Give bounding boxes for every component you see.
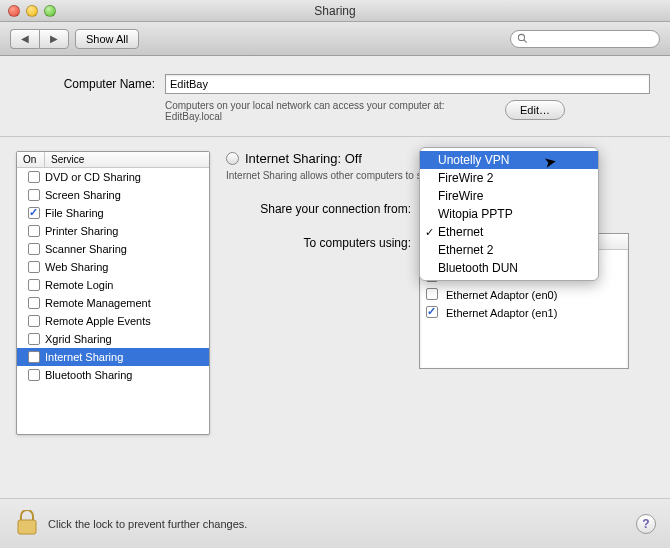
footer-text: Click the lock to prevent further change… — [48, 518, 247, 530]
show-all-button[interactable]: Show All — [75, 29, 139, 49]
service-label: Internet Sharing — [45, 351, 123, 363]
nav-group: ◀ ▶ — [10, 29, 69, 49]
service-label: Screen Sharing — [45, 189, 121, 201]
dropdown-item[interactable]: ✓Ethernet — [420, 223, 598, 241]
dropdown-item[interactable]: FireWire — [420, 187, 598, 205]
service-label: Web Sharing — [45, 261, 108, 273]
search-icon — [517, 33, 528, 44]
titlebar: Sharing — [0, 0, 670, 22]
to-computers-label: To computers using: — [226, 233, 411, 250]
lock-icon[interactable] — [16, 510, 38, 538]
service-label: Scanner Sharing — [45, 243, 127, 255]
port-row[interactable]: Ethernet Adaptor (en1) — [420, 304, 628, 322]
checkbox[interactable] — [28, 225, 40, 237]
service-row[interactable]: Xgrid Sharing — [17, 330, 209, 348]
checkbox[interactable] — [28, 315, 40, 327]
checkbox[interactable] — [426, 288, 438, 300]
service-row[interactable]: Web Sharing — [17, 258, 209, 276]
forward-button[interactable]: ▶ — [39, 29, 69, 49]
checkbox[interactable] — [28, 279, 40, 291]
service-label: Printer Sharing — [45, 225, 118, 237]
service-row[interactable]: Bluetooth Sharing — [17, 366, 209, 384]
checkbox[interactable] — [28, 261, 40, 273]
service-row[interactable]: File Sharing — [17, 204, 209, 222]
checkbox[interactable] — [28, 189, 40, 201]
service-label: Remote Login — [45, 279, 114, 291]
dropdown-item[interactable]: Ethernet 2 — [420, 241, 598, 259]
dropdown-label: Witopia PPTP — [438, 207, 513, 221]
service-row[interactable]: Remote Management — [17, 294, 209, 312]
search-input[interactable] — [510, 30, 660, 48]
col-on: On — [17, 152, 45, 167]
checkbox[interactable] — [28, 297, 40, 309]
dropdown-item[interactable]: FireWire 2 — [420, 169, 598, 187]
checkbox[interactable] — [28, 207, 40, 219]
chevron-right-icon: ▶ — [50, 33, 58, 44]
checkbox[interactable] — [28, 333, 40, 345]
help-button[interactable]: ? — [636, 514, 656, 534]
dropdown-label: Ethernet 2 — [438, 243, 493, 257]
port-label: Ethernet Adaptor (en1) — [446, 307, 557, 319]
dropdown-item[interactable]: Witopia PPTP — [420, 205, 598, 223]
svg-rect-2 — [18, 520, 36, 534]
service-label: Remote Management — [45, 297, 151, 309]
window-title: Sharing — [0, 4, 670, 18]
dropdown-item[interactable]: Bluetooth DUN — [420, 259, 598, 277]
service-label: Xgrid Sharing — [45, 333, 112, 345]
dropdown-label: FireWire 2 — [438, 171, 493, 185]
dropdown-label: Unotelly VPN — [438, 153, 509, 167]
svg-line-1 — [524, 40, 527, 43]
service-row[interactable]: Internet Sharing — [17, 348, 209, 366]
computer-name-helper: Computers on your local network can acce… — [165, 100, 495, 122]
service-row[interactable]: Printer Sharing — [17, 222, 209, 240]
checkbox[interactable] — [28, 243, 40, 255]
dropdown-label: Ethernet — [438, 225, 483, 239]
computer-name-field[interactable] — [165, 74, 650, 94]
col-service: Service — [45, 152, 209, 167]
checkbox[interactable] — [426, 306, 438, 318]
port-label: Ethernet Adaptor (en0) — [446, 289, 557, 301]
service-label: File Sharing — [45, 207, 104, 219]
checkbox[interactable] — [28, 351, 40, 363]
computer-name-label: Computer Name: — [20, 77, 155, 91]
service-label: Remote Apple Events — [45, 315, 151, 327]
computer-name-section: Computer Name: Computers on your local n… — [0, 56, 670, 137]
service-row[interactable]: Remote Login — [17, 276, 209, 294]
check-icon: ✓ — [425, 226, 434, 239]
service-row[interactable]: DVD or CD Sharing — [17, 168, 209, 186]
dropdown-label: Bluetooth DUN — [438, 261, 518, 275]
service-label: DVD or CD Sharing — [45, 171, 141, 183]
svg-point-0 — [518, 34, 524, 40]
service-list[interactable]: On Service DVD or CD SharingScreen Shari… — [16, 151, 210, 435]
service-radio[interactable] — [226, 152, 239, 165]
footer: Click the lock to prevent further change… — [0, 498, 670, 548]
checkbox[interactable] — [28, 171, 40, 183]
edit-button[interactable]: Edit… — [505, 100, 565, 120]
checkbox[interactable] — [28, 369, 40, 381]
toolbar: ◀ ▶ Show All — [0, 22, 670, 56]
share-from-label: Share your connection from: — [226, 202, 411, 216]
dropdown-item[interactable]: Unotelly VPN — [420, 151, 598, 169]
service-row[interactable]: Scanner Sharing — [17, 240, 209, 258]
service-row[interactable]: Screen Sharing — [17, 186, 209, 204]
port-row[interactable]: Ethernet Adaptor (en0) — [420, 286, 628, 304]
service-label: Bluetooth Sharing — [45, 369, 132, 381]
detail-title: Internet Sharing: Off — [245, 151, 362, 166]
detail-pane: Internet Sharing: Off Internet Sharing a… — [226, 151, 654, 435]
back-button[interactable]: ◀ — [10, 29, 39, 49]
service-list-header: On Service — [17, 152, 209, 168]
connection-dropdown-menu[interactable]: Unotelly VPNFireWire 2FireWireWitopia PP… — [419, 147, 599, 281]
service-row[interactable]: Remote Apple Events — [17, 312, 209, 330]
chevron-left-icon: ◀ — [21, 33, 29, 44]
dropdown-label: FireWire — [438, 189, 483, 203]
